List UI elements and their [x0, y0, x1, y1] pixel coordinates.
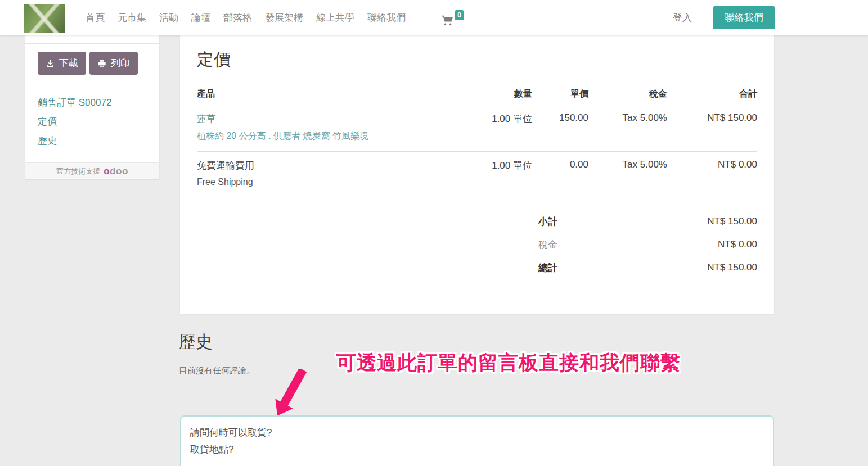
column-header-unit-price: 單價 — [532, 83, 588, 105]
line-tax: Tax 5.00% — [588, 152, 667, 197]
main-nav: 首頁 元市集 活動 論壇 部落格 發展架構 線上共學 聯絡我們 — [86, 0, 406, 35]
sidebar-footer: 官方技術支援 odoo — [25, 162, 159, 179]
product-name: 免費運輸費用 — [197, 160, 254, 171]
sidebar-actions: 下載 列印 — [25, 44, 159, 85]
nav-item-market[interactable]: 元市集 — [118, 11, 146, 24]
total-label: 總計 — [538, 261, 557, 274]
download-button-label: 下載 — [59, 57, 78, 70]
order-line-row: 蓮草 植株約 20 公分高 . 供應者 燒炭窩 竹風樂境 1.00 單位 150… — [197, 105, 757, 152]
table-header-row: 產品 數量 單價 稅金 合計 — [197, 83, 757, 105]
line-quantity: 1.00 單位 — [465, 152, 532, 197]
line-unit-price: 150.00 — [532, 105, 588, 152]
line-total: NT$ 0.00 — [667, 152, 757, 197]
subtotal-label: 小計 — [538, 215, 557, 228]
annotation-text: 可透過此訂單的留言板直接和我們聯繫 — [336, 350, 681, 376]
line-quantity: 1.00 單位 — [465, 105, 532, 152]
nav-item-home[interactable]: 首頁 — [86, 11, 105, 24]
support-text: 官方技術支援 — [56, 166, 100, 177]
odoo-logo[interactable]: odoo — [104, 166, 128, 177]
order-sidebar: 下載 列印 銷售訂單 S00072 定價 歷史 官方技術支援 odoo — [25, 35, 159, 179]
cart-icon — [442, 10, 454, 26]
history-title: 歷史 — [179, 331, 213, 354]
page-canvas: 首頁 元市集 活動 論壇 部落格 發展架構 線上共學 聯絡我們 0 登入 聯絡我… — [0, 0, 868, 466]
site-logo[interactable] — [24, 4, 65, 33]
nav-item-blog[interactable]: 部落格 — [223, 11, 252, 24]
line-tax: Tax 5.00% — [588, 105, 667, 152]
odoo-logo-rest: doo — [110, 166, 128, 177]
print-button[interactable]: 列印 — [89, 52, 138, 75]
column-header-total: 合計 — [667, 83, 757, 105]
sidebar-divider — [25, 35, 159, 44]
order-lines-table: 產品 數量 單價 稅金 合計 蓮草 植株約 20 公分高 . 供應者 燒炭窩 竹… — [197, 83, 757, 196]
cart-count-badge: 0 — [455, 10, 464, 20]
pricing-title: 定價 — [197, 48, 774, 71]
column-header-product: 產品 — [197, 83, 465, 105]
sidebar-link-history[interactable]: 歷史 — [38, 132, 159, 151]
printer-icon — [97, 59, 106, 68]
product-description: 植株約 20 公分高 . 供應者 燒炭窩 竹風樂境 — [197, 130, 465, 142]
order-line-row: 免費運輸費用 Free Shipping 1.00 單位 0.00 Tax 5.… — [197, 152, 757, 197]
download-button[interactable]: 下載 — [38, 52, 86, 75]
sidebar-link-sale-order[interactable]: 銷售訂單 S00072 — [38, 93, 159, 112]
total-value: NT$ 150.00 — [707, 262, 757, 273]
taxes-value: NT$ 0.00 — [718, 239, 757, 250]
subtotal-value: NT$ 150.00 — [707, 216, 757, 227]
odoo-logo-first: o — [104, 166, 110, 177]
login-link[interactable]: 登入 — [673, 0, 692, 35]
message-input[interactable]: 請問何時可以取貨? 取貨地點? — [180, 415, 774, 466]
no-comments-text: 目前沒有任何評論。 — [179, 365, 255, 376]
column-header-taxes: 稅金 — [588, 83, 667, 105]
contact-us-button[interactable]: 聯絡我們 — [713, 6, 775, 29]
taxes-label: 稅金 — [538, 238, 557, 251]
nav-item-forum[interactable]: 論壇 — [191, 11, 210, 24]
total-row: 總計 NT$ 150.00 — [534, 256, 757, 279]
order-pricing-card: 定價 產品 數量 單價 稅金 合計 蓮草 植株約 20 公分高 . 供應者 燒炭… — [180, 35, 774, 314]
subtotal-row: 小計 NT$ 150.00 — [534, 210, 757, 233]
sidebar-link-pricing[interactable]: 定價 — [38, 112, 159, 132]
line-unit-price: 0.00 — [532, 152, 588, 197]
nav-item-contact[interactable]: 聯絡我們 — [367, 11, 406, 24]
top-navbar: 首頁 元市集 活動 論壇 部落格 發展架構 線上共學 聯絡我們 0 登入 聯絡我… — [0, 0, 868, 35]
sidebar-nav: 銷售訂單 S00072 定價 歷史 — [25, 85, 159, 162]
product-description: Free Shipping — [197, 177, 465, 187]
nav-item-structure[interactable]: 發展架構 — [265, 11, 303, 24]
taxes-row: 稅金 NT$ 0.00 — [534, 233, 757, 256]
download-icon — [46, 59, 55, 68]
product-link[interactable]: 蓮草 — [197, 112, 216, 125]
line-total: NT$ 150.00 — [667, 105, 757, 152]
order-totals: 小計 NT$ 150.00 稅金 NT$ 0.00 總計 NT$ 150.00 — [534, 210, 757, 279]
nav-item-elearning[interactable]: 線上共學 — [316, 11, 354, 24]
cart-button[interactable]: 0 — [442, 10, 464, 26]
nav-item-events[interactable]: 活動 — [159, 11, 178, 24]
annotation-arrow-icon — [260, 369, 316, 422]
print-button-label: 列印 — [111, 57, 130, 70]
column-header-quantity: 數量 — [465, 83, 532, 105]
